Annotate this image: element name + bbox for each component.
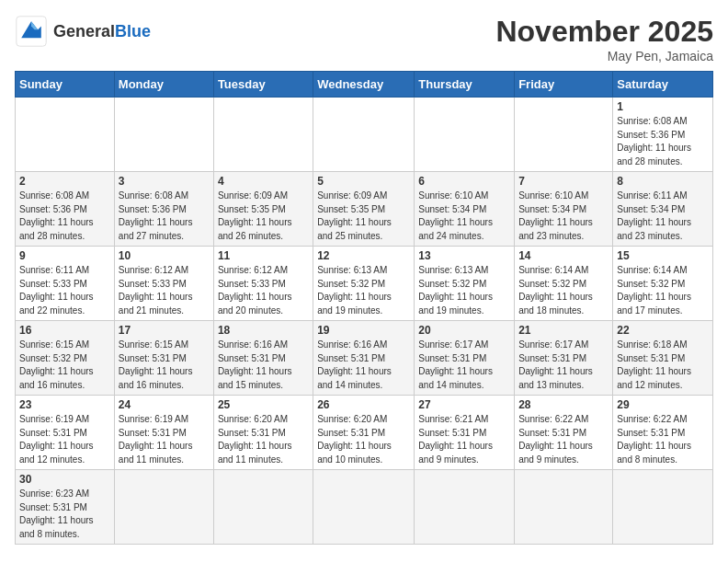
cell-date-number: 25 — [218, 398, 309, 411]
calendar-week-row: 1Sunrise: 6:08 AM Sunset: 5:36 PM Daylig… — [16, 98, 713, 172]
cell-date-number: 27 — [418, 398, 510, 411]
calendar-cell: 7Sunrise: 6:10 AM Sunset: 5:34 PM Daylig… — [515, 172, 613, 247]
cell-date-number: 11 — [218, 249, 309, 262]
cell-info-text: Sunrise: 6:19 AM Sunset: 5:31 PM Dayligh… — [19, 413, 110, 466]
cell-info-text: Sunrise: 6:12 AM Sunset: 5:33 PM Dayligh… — [218, 264, 309, 317]
cell-info-text: Sunrise: 6:16 AM Sunset: 5:31 PM Dayligh… — [218, 339, 309, 392]
cell-info-text: Sunrise: 6:20 AM Sunset: 5:31 PM Dayligh… — [218, 413, 309, 466]
weekday-header-tuesday: Tuesday — [213, 72, 313, 98]
calendar-cell: 5Sunrise: 6:09 AM Sunset: 5:35 PM Daylig… — [313, 172, 415, 247]
calendar-week-row: 30Sunrise: 6:23 AM Sunset: 5:31 PM Dayli… — [16, 470, 713, 545]
weekday-header-row: SundayMondayTuesdayWednesdayThursdayFrid… — [16, 72, 713, 98]
calendar-cell: 25Sunrise: 6:20 AM Sunset: 5:31 PM Dayli… — [213, 396, 313, 470]
calendar-cell: 17Sunrise: 6:15 AM Sunset: 5:31 PM Dayli… — [114, 321, 213, 396]
cell-date-number: 14 — [518, 249, 609, 262]
calendar-cell: 20Sunrise: 6:17 AM Sunset: 5:31 PM Dayli… — [415, 321, 515, 396]
calendar-cell: 6Sunrise: 6:10 AM Sunset: 5:34 PM Daylig… — [415, 172, 515, 247]
cell-date-number: 15 — [617, 249, 709, 262]
weekday-header-monday: Monday — [114, 72, 213, 98]
cell-date-number: 16 — [19, 324, 110, 337]
cell-info-text: Sunrise: 6:15 AM Sunset: 5:32 PM Dayligh… — [19, 339, 110, 392]
calendar-cell: 14Sunrise: 6:14 AM Sunset: 5:32 PM Dayli… — [515, 247, 613, 321]
cell-date-number: 26 — [317, 398, 410, 411]
calendar-cell: 19Sunrise: 6:16 AM Sunset: 5:31 PM Dayli… — [313, 321, 415, 396]
calendar-cell: 8Sunrise: 6:11 AM Sunset: 5:34 PM Daylig… — [613, 172, 713, 247]
cell-info-text: Sunrise: 6:17 AM Sunset: 5:31 PM Dayligh… — [518, 339, 609, 392]
calendar-cell: 4Sunrise: 6:09 AM Sunset: 5:35 PM Daylig… — [213, 172, 313, 247]
title-block: November 2025 May Pen, Jamaica — [495, 15, 713, 63]
cell-info-text: Sunrise: 6:15 AM Sunset: 5:31 PM Dayligh… — [119, 339, 210, 392]
cell-date-number: 12 — [317, 249, 410, 262]
cell-info-text: Sunrise: 6:13 AM Sunset: 5:32 PM Dayligh… — [418, 264, 510, 317]
calendar-cell — [515, 98, 613, 172]
weekday-header-saturday: Saturday — [613, 72, 713, 98]
calendar-week-row: 16Sunrise: 6:15 AM Sunset: 5:32 PM Dayli… — [16, 321, 713, 396]
cell-info-text: Sunrise: 6:22 AM Sunset: 5:31 PM Dayligh… — [518, 413, 609, 466]
calendar-cell: 15Sunrise: 6:14 AM Sunset: 5:32 PM Dayli… — [613, 247, 713, 321]
cell-date-number: 21 — [518, 324, 609, 337]
calendar-cell: 24Sunrise: 6:19 AM Sunset: 5:31 PM Dayli… — [114, 396, 213, 470]
page-header: GeneralBlue November 2025 May Pen, Jamai… — [15, 15, 713, 63]
cell-info-text: Sunrise: 6:10 AM Sunset: 5:34 PM Dayligh… — [418, 190, 510, 243]
calendar-cell: 13Sunrise: 6:13 AM Sunset: 5:32 PM Dayli… — [415, 247, 515, 321]
weekday-header-wednesday: Wednesday — [313, 72, 415, 98]
calendar-cell: 30Sunrise: 6:23 AM Sunset: 5:31 PM Dayli… — [16, 470, 115, 545]
calendar-week-row: 23Sunrise: 6:19 AM Sunset: 5:31 PM Dayli… — [16, 396, 713, 470]
cell-date-number: 9 — [19, 249, 110, 262]
calendar-cell — [415, 98, 515, 172]
logo-icon — [15, 15, 48, 48]
cell-date-number: 22 — [617, 324, 709, 337]
logo-text: GeneralBlue — [53, 22, 151, 41]
cell-date-number: 7 — [518, 175, 609, 188]
cell-info-text: Sunrise: 6:14 AM Sunset: 5:32 PM Dayligh… — [617, 264, 709, 317]
cell-date-number: 10 — [119, 249, 210, 262]
calendar-week-row: 2Sunrise: 6:08 AM Sunset: 5:36 PM Daylig… — [16, 172, 713, 247]
location: May Pen, Jamaica — [495, 49, 713, 63]
cell-date-number: 23 — [19, 398, 110, 411]
calendar-cell: 9Sunrise: 6:11 AM Sunset: 5:33 PM Daylig… — [16, 247, 115, 321]
cell-date-number: 19 — [317, 324, 410, 337]
calendar-table: SundayMondayTuesdayWednesdayThursdayFrid… — [15, 71, 713, 545]
calendar-cell: 1Sunrise: 6:08 AM Sunset: 5:36 PM Daylig… — [613, 98, 713, 172]
weekday-header-sunday: Sunday — [16, 72, 115, 98]
weekday-header-friday: Friday — [515, 72, 613, 98]
calendar-cell: 28Sunrise: 6:22 AM Sunset: 5:31 PM Dayli… — [515, 396, 613, 470]
logo: GeneralBlue — [15, 15, 151, 48]
cell-date-number: 2 — [19, 175, 110, 188]
calendar-cell: 21Sunrise: 6:17 AM Sunset: 5:31 PM Dayli… — [515, 321, 613, 396]
calendar-cell: 27Sunrise: 6:21 AM Sunset: 5:31 PM Dayli… — [415, 396, 515, 470]
calendar-cell: 16Sunrise: 6:15 AM Sunset: 5:32 PM Dayli… — [16, 321, 115, 396]
cell-info-text: Sunrise: 6:21 AM Sunset: 5:31 PM Dayligh… — [418, 413, 510, 466]
cell-info-text: Sunrise: 6:16 AM Sunset: 5:31 PM Dayligh… — [317, 339, 410, 392]
calendar-cell — [515, 470, 613, 545]
cell-date-number: 13 — [418, 249, 510, 262]
calendar-cell: 29Sunrise: 6:22 AM Sunset: 5:31 PM Dayli… — [613, 396, 713, 470]
cell-info-text: Sunrise: 6:20 AM Sunset: 5:31 PM Dayligh… — [317, 413, 410, 466]
cell-info-text: Sunrise: 6:11 AM Sunset: 5:34 PM Dayligh… — [617, 190, 709, 243]
cell-info-text: Sunrise: 6:09 AM Sunset: 5:35 PM Dayligh… — [218, 190, 309, 243]
cell-info-text: Sunrise: 6:13 AM Sunset: 5:32 PM Dayligh… — [317, 264, 410, 317]
cell-info-text: Sunrise: 6:11 AM Sunset: 5:33 PM Dayligh… — [19, 264, 110, 317]
calendar-cell — [114, 470, 213, 545]
calendar-week-row: 9Sunrise: 6:11 AM Sunset: 5:33 PM Daylig… — [16, 247, 713, 321]
cell-info-text: Sunrise: 6:10 AM Sunset: 5:34 PM Dayligh… — [518, 190, 609, 243]
cell-date-number: 18 — [218, 324, 309, 337]
calendar-cell: 18Sunrise: 6:16 AM Sunset: 5:31 PM Dayli… — [213, 321, 313, 396]
cell-date-number: 30 — [19, 473, 110, 486]
cell-info-text: Sunrise: 6:08 AM Sunset: 5:36 PM Dayligh… — [119, 190, 210, 243]
calendar-cell — [213, 470, 313, 545]
calendar-cell — [613, 470, 713, 545]
cell-date-number: 6 — [418, 175, 510, 188]
calendar-cell: 26Sunrise: 6:20 AM Sunset: 5:31 PM Dayli… — [313, 396, 415, 470]
cell-info-text: Sunrise: 6:17 AM Sunset: 5:31 PM Dayligh… — [418, 339, 510, 392]
calendar-cell: 23Sunrise: 6:19 AM Sunset: 5:31 PM Dayli… — [16, 396, 115, 470]
cell-info-text: Sunrise: 6:08 AM Sunset: 5:36 PM Dayligh… — [19, 190, 110, 243]
cell-info-text: Sunrise: 6:18 AM Sunset: 5:31 PM Dayligh… — [617, 339, 709, 392]
calendar-cell: 11Sunrise: 6:12 AM Sunset: 5:33 PM Dayli… — [213, 247, 313, 321]
calendar-cell: 22Sunrise: 6:18 AM Sunset: 5:31 PM Dayli… — [613, 321, 713, 396]
cell-date-number: 29 — [617, 398, 709, 411]
calendar-cell: 10Sunrise: 6:12 AM Sunset: 5:33 PM Dayli… — [114, 247, 213, 321]
month-title: November 2025 — [495, 15, 713, 49]
cell-date-number: 8 — [617, 175, 709, 188]
calendar-cell — [114, 98, 213, 172]
